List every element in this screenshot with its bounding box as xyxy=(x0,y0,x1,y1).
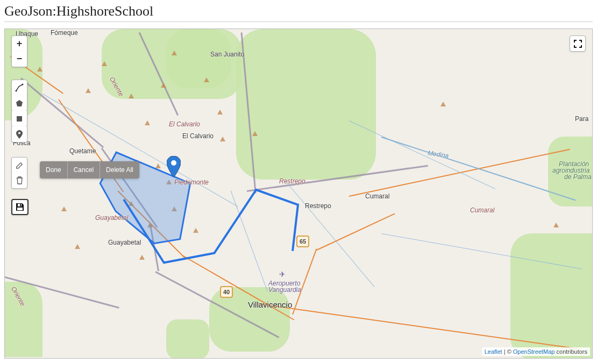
label-guayabetal-region: Guayabetal xyxy=(95,214,128,222)
attribution-tail: contributors xyxy=(555,348,587,355)
label-san-juanito: San Juanito xyxy=(210,51,244,58)
cancel-button[interactable]: Cancel xyxy=(68,161,99,179)
fullscreen-controls xyxy=(570,35,586,52)
save-button[interactable] xyxy=(11,199,29,215)
draw-polyline-button[interactable] xyxy=(11,80,27,96)
zoom-in-button[interactable]: + xyxy=(11,35,27,52)
leaflet-link[interactable]: Leaflet xyxy=(485,348,502,355)
osm-link[interactable]: OpenStreetMap xyxy=(513,348,555,355)
svg-marker-3 xyxy=(16,100,23,106)
zoom-out-button[interactable]: − xyxy=(11,51,27,67)
rectangle-icon xyxy=(16,116,23,122)
label-para: Para xyxy=(575,115,588,123)
done-button[interactable]: Done xyxy=(40,161,67,179)
attribution-sep: | © xyxy=(502,348,513,355)
label-piedemonte: Piedemonte xyxy=(174,179,209,186)
polygon-icon xyxy=(16,99,23,107)
draw-polygon-button[interactable] xyxy=(11,95,27,111)
draw-marker-button[interactable] xyxy=(11,126,27,142)
delete-action-bar: Done Cancel Delete All xyxy=(40,161,139,179)
svg-point-1 xyxy=(16,90,17,92)
map-attribution: Leaflet | © OpenStreetMap contributors xyxy=(482,347,590,356)
save-controls xyxy=(11,199,29,215)
label-vanguardia: Vanguardia xyxy=(268,286,301,294)
map[interactable]: Ubaque Fómeque San Juanito El Calvario E… xyxy=(4,28,593,359)
edit-icon xyxy=(16,161,24,169)
map-marker[interactable] xyxy=(167,156,181,180)
route-shield-40: 40 xyxy=(220,286,233,298)
svg-point-0 xyxy=(171,160,176,166)
label-plantacion-3: de Palma xyxy=(564,173,592,181)
map-background xyxy=(5,29,592,358)
svg-rect-4 xyxy=(17,116,22,122)
label-el-calvario: El Calvario xyxy=(182,132,214,140)
edit-tools xyxy=(11,157,27,189)
trash-icon xyxy=(16,176,23,184)
label-fomeque: Fómeque xyxy=(51,29,78,37)
polyline-icon xyxy=(15,83,24,92)
svg-point-5 xyxy=(18,132,20,134)
label-quetame: Quetame xyxy=(69,147,96,155)
label-guayabetal: Guayabetal xyxy=(108,239,141,246)
label-restrepo: Restrepo xyxy=(305,202,331,210)
label-cumaral-2: Cumaral xyxy=(470,206,494,214)
fullscreen-button[interactable] xyxy=(570,35,586,52)
airport-icon: ✈ xyxy=(279,270,286,279)
label-restrepo-region: Restrepo xyxy=(279,177,305,185)
label-cumaral: Cumaral xyxy=(365,192,389,200)
save-icon xyxy=(15,202,25,212)
fullscreen-icon xyxy=(574,40,582,48)
draw-tools xyxy=(11,80,27,142)
delete-layers-button[interactable] xyxy=(11,173,27,189)
zoom-controls: + − xyxy=(11,35,27,67)
label-el-calvario-region: El Calvario xyxy=(169,120,200,128)
svg-point-2 xyxy=(22,84,24,85)
svg-rect-8 xyxy=(20,204,21,206)
page-title: GeoJson:HighshoreSchool xyxy=(4,3,593,19)
label-villavicencio: Villavicencio xyxy=(248,300,292,309)
title-row: GeoJson:HighshoreSchool xyxy=(4,0,593,22)
svg-rect-7 xyxy=(17,208,23,210)
route-shield-65: 65 xyxy=(296,235,309,247)
marker-icon xyxy=(16,130,23,139)
edit-layers-button[interactable] xyxy=(11,157,27,173)
delete-all-button[interactable]: Delete All xyxy=(100,161,139,179)
page-root: GeoJson:HighshoreSchool xyxy=(0,0,597,364)
draw-rectangle-button[interactable] xyxy=(11,111,27,127)
